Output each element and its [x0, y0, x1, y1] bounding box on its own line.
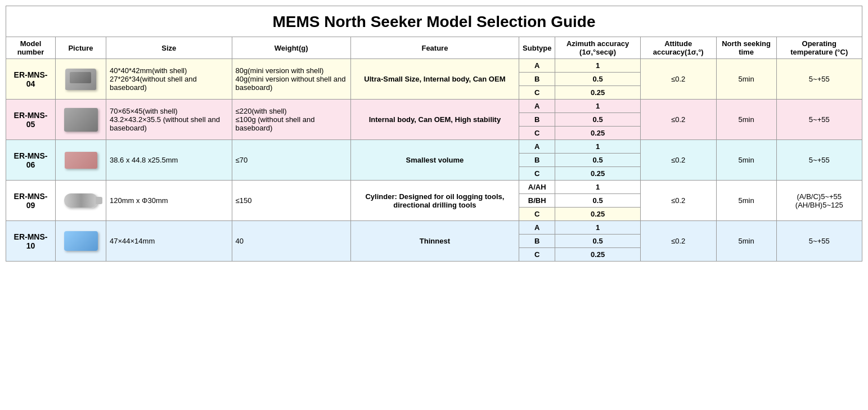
table-row: ER-MNS-0440*40*42mm(with shell) 27*26*34… — [6, 59, 862, 73]
header-azimuth: Azimuth accuracy (1σ,°secψ) — [555, 37, 640, 59]
model-feature: Internal body, Can OEM, High stability — [350, 100, 519, 140]
attitude-accuracy: ≤0.2 — [640, 181, 716, 221]
azimuth-accuracy: 1 — [555, 59, 640, 73]
model-weight: 40 — [232, 221, 350, 262]
header-weight: Weight(g) — [232, 37, 350, 59]
azimuth-accuracy: 0.5 — [555, 235, 640, 248]
azimuth-accuracy: 0.5 — [555, 194, 640, 208]
model-feature: Cylinder: Designed for oil logging tools… — [350, 181, 519, 221]
header-model: Model number — [6, 37, 56, 59]
subtype-label: B — [519, 154, 555, 167]
header-north-seeking: North seeking time — [716, 37, 776, 59]
device-picture — [56, 59, 106, 100]
model-number: ER-MNS-05 — [6, 100, 56, 140]
subtype-label: B — [519, 113, 555, 127]
operating-temperature: 5~+55 — [776, 221, 862, 262]
subtype-label: C — [519, 248, 555, 262]
azimuth-accuracy: 0.5 — [555, 154, 640, 167]
model-weight: ≤220(with shell) ≤100g (without shell an… — [232, 100, 350, 140]
azimuth-accuracy: 0.25 — [555, 208, 640, 221]
model-size: 47×44×14mm — [106, 221, 232, 262]
north-seeking-time: 5min — [716, 59, 776, 100]
subtype-label: C — [519, 208, 555, 221]
attitude-accuracy: ≤0.2 — [640, 140, 716, 181]
attitude-accuracy: ≤0.2 — [640, 100, 716, 140]
azimuth-accuracy: 0.25 — [555, 127, 640, 140]
attitude-accuracy: ≤0.2 — [640, 59, 716, 100]
north-seeking-time: 5min — [716, 100, 776, 140]
azimuth-accuracy: 0.5 — [555, 73, 640, 86]
header-picture: Picture — [56, 37, 106, 59]
azimuth-accuracy: 0.25 — [555, 167, 640, 181]
model-size: 38.6 x 44.8 x25.5mm — [106, 140, 232, 181]
azimuth-accuracy: 1 — [555, 140, 640, 154]
azimuth-accuracy: 1 — [555, 181, 640, 194]
device-picture — [56, 140, 106, 181]
azimuth-accuracy: 0.25 — [555, 86, 640, 100]
model-size: 70×65×45(with shell) 43.2×43.2×35.5 (wit… — [106, 100, 232, 140]
subtype-label: A — [519, 221, 555, 235]
device-picture — [56, 221, 106, 262]
north-seeking-time: 5min — [716, 140, 776, 181]
model-size: 120mm x Φ30mm — [106, 181, 232, 221]
operating-temperature: (A/B/C)5~+55 (AH/BH)5~125 — [776, 181, 862, 221]
table-row: ER-MNS-0570×65×45(with shell) 43.2×43.2×… — [6, 100, 862, 113]
device-picture — [56, 181, 106, 221]
model-number: ER-MNS-06 — [6, 140, 56, 181]
model-weight: ≤150 — [232, 181, 350, 221]
subtype-label: A/AH — [519, 181, 555, 194]
model-number: ER-MNS-10 — [6, 221, 56, 262]
subtype-label: A — [519, 100, 555, 113]
device-picture — [56, 100, 106, 140]
subtype-label: A — [519, 59, 555, 73]
attitude-accuracy: ≤0.2 — [640, 221, 716, 262]
table-row: ER-MNS-1047×44×14mm40ThinnestA1≤0.25min5… — [6, 221, 862, 235]
model-feature: Thinnest — [350, 221, 519, 262]
azimuth-accuracy: 1 — [555, 221, 640, 235]
operating-temperature: 5~+55 — [776, 100, 862, 140]
model-weight: ≤70 — [232, 140, 350, 181]
subtype-label: C — [519, 86, 555, 100]
subtype-label: B — [519, 73, 555, 86]
subtype-label: A — [519, 140, 555, 154]
model-weight: 80g(mini version with shell) 40g(mini ve… — [232, 59, 350, 100]
model-feature: Smallest volume — [350, 140, 519, 181]
header-size: Size — [106, 37, 232, 59]
subtype-label: B — [519, 235, 555, 248]
north-seeking-time: 5min — [716, 221, 776, 262]
north-seeking-time: 5min — [716, 181, 776, 221]
model-feature: Ultra-Small Size, Internal body, Can OEM — [350, 59, 519, 100]
model-number: ER-MNS-04 — [6, 59, 56, 100]
header-feature: Feature — [350, 37, 519, 59]
azimuth-accuracy: 0.5 — [555, 113, 640, 127]
operating-temperature: 5~+55 — [776, 140, 862, 181]
table-row: ER-MNS-09120mm x Φ30mm≤150Cylinder: Desi… — [6, 181, 862, 194]
header-attitude: Attitude accuracy(1σ,°) — [640, 37, 716, 59]
table-row: ER-MNS-0638.6 x 44.8 x25.5mm≤70Smallest … — [6, 140, 862, 154]
subtype-label: C — [519, 127, 555, 140]
azimuth-accuracy: 1 — [555, 100, 640, 113]
operating-temperature: 5~+55 — [776, 59, 862, 100]
model-number: ER-MNS-09 — [6, 181, 56, 221]
main-table: Model number Picture Size Weight(g) Feat… — [6, 37, 862, 262]
model-size: 40*40*42mm(with shell) 27*26*34(without … — [106, 59, 232, 100]
subtype-label: B/BH — [519, 194, 555, 208]
header-subtype: Subtype — [519, 37, 555, 59]
header-operating-temp: Operating temperature (°C) — [776, 37, 862, 59]
page-title: MEMS North Seeker Model Selection Guide — [6, 6, 862, 37]
subtype-label: C — [519, 167, 555, 181]
azimuth-accuracy: 0.25 — [555, 248, 640, 262]
